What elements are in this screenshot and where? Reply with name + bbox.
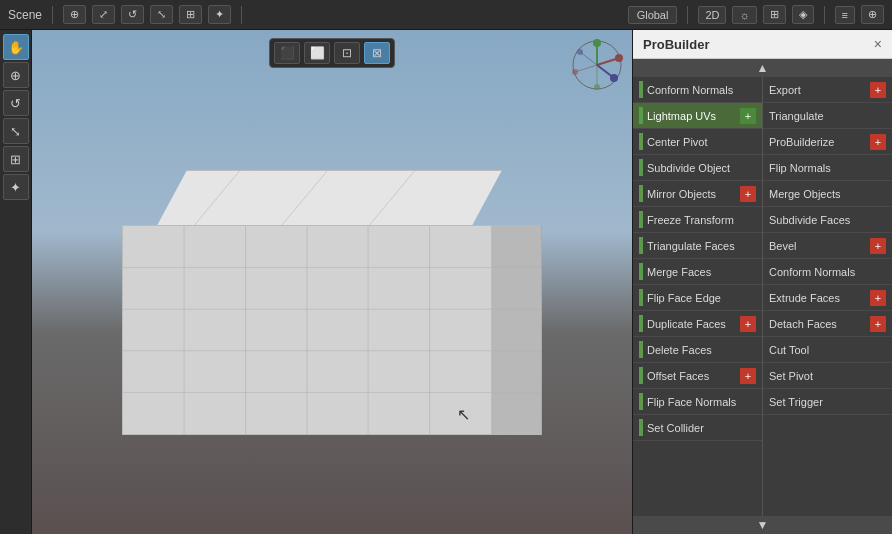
pb-plus-btn[interactable]: + (740, 186, 756, 202)
nav-gizmo[interactable] (567, 35, 627, 95)
pb-item-label: Subdivide Faces (769, 214, 886, 226)
pb-left-item-11[interactable]: Offset Faces+ (633, 363, 762, 389)
pb-scroll-down-btn[interactable]: ▼ (633, 516, 892, 534)
pb-right-item-6[interactable]: Bevel+ (763, 233, 892, 259)
scene-label: Scene (8, 8, 42, 22)
pb-plus-btn[interactable]: + (870, 238, 886, 254)
pb-item-label: Delete Faces (647, 344, 756, 356)
gizmo-btn[interactable]: ⊕ (861, 5, 884, 24)
pb-right-item-9[interactable]: Detach Faces+ (763, 311, 892, 337)
nav-gizmo-svg (570, 38, 625, 93)
pb-plus-btn[interactable]: + (740, 108, 756, 124)
light-view-btn[interactable]: ☼ (732, 6, 756, 24)
pb-left-item-1[interactable]: Lightmap UVs+ (633, 103, 762, 129)
view-toolbar: ⬛ ⬜ ⊡ ⊠ (269, 38, 395, 68)
pb-right-item-7[interactable]: Conform Normals (763, 259, 892, 285)
pb-right-item-12[interactable]: Set Trigger (763, 389, 892, 415)
pb-right-item-8[interactable]: Extrude Faces+ (763, 285, 892, 311)
pb-left-item-4[interactable]: Mirror Objects+ (633, 181, 762, 207)
pb-right-item-1[interactable]: Triangulate (763, 103, 892, 129)
vert-mode-btn[interactable]: ⬛ (274, 42, 300, 64)
move-mode-btn[interactable]: ⤢ (92, 5, 115, 24)
pb-item-label: ProBuilderize (769, 136, 870, 148)
pb-item-label: Center Pivot (647, 136, 756, 148)
pb-left-item-5[interactable]: Freeze Transform (633, 207, 762, 233)
pb-left-item-9[interactable]: Duplicate Faces+ (633, 311, 762, 337)
pb-separator (639, 289, 643, 306)
2d-view-btn[interactable]: 2D (698, 6, 726, 24)
pb-item-label: Set Trigger (769, 396, 886, 408)
pb-left-item-2[interactable]: Center Pivot (633, 129, 762, 155)
pb-item-label: Export (769, 84, 870, 96)
pb-right-col: Export+TriangulateProBuilderize+Flip Nor… (763, 77, 892, 516)
pb-item-label: Flip Face Edge (647, 292, 756, 304)
multi-mode-btn[interactable]: ✦ (208, 5, 231, 24)
pb-item-label: Set Pivot (769, 370, 886, 382)
box-front-face (122, 225, 492, 435)
pb-item-label: Triangulate (769, 110, 886, 122)
cam-view-btn[interactable]: ◈ (792, 5, 814, 24)
layers-btn[interactable]: ≡ (835, 6, 855, 24)
pb-plus-btn[interactable]: + (870, 290, 886, 306)
pb-plus-btn[interactable]: + (740, 316, 756, 332)
global-btn[interactable]: Global (628, 6, 678, 24)
pb-right-item-5[interactable]: Subdivide Faces (763, 207, 892, 233)
pb-scroll-up-btn[interactable]: ▲ (633, 59, 892, 77)
pb-left-item-6[interactable]: Triangulate Faces (633, 233, 762, 259)
pb-plus-btn[interactable]: + (870, 316, 886, 332)
pb-right-item-2[interactable]: ProBuilderize+ (763, 129, 892, 155)
pb-right-item-10[interactable]: Cut Tool (763, 337, 892, 363)
move-tool-btn[interactable]: ⊕ (3, 62, 29, 88)
pb-item-label: Lightmap UVs (647, 110, 740, 122)
pb-columns: Conform NormalsLightmap UVs+Center Pivot… (633, 77, 892, 516)
face-mode-btn[interactable]: ⊡ (334, 42, 360, 64)
rect-tool-btn[interactable]: ⊞ (3, 146, 29, 172)
pb-right-item-11[interactable]: Set Pivot (763, 363, 892, 389)
scale-mode-btn[interactable]: ⤡ (150, 5, 173, 24)
left-toolbar: ✋ ⊕ ↺ ⤡ ⊞ ✦ (0, 30, 32, 534)
svg-point-26 (572, 69, 578, 75)
pb-right-item-4[interactable]: Merge Objects (763, 181, 892, 207)
pb-separator (639, 159, 643, 176)
pb-left-item-12[interactable]: Flip Face Normals (633, 389, 762, 415)
pb-separator (639, 185, 643, 202)
pb-plus-btn[interactable]: + (870, 134, 886, 150)
pb-item-label: Mirror Objects (647, 188, 740, 200)
pb-left-item-3[interactable]: Subdivide Object (633, 155, 762, 181)
front-grid (123, 226, 491, 434)
rect-mode-btn[interactable]: ⊞ (179, 5, 202, 24)
edge-mode-btn[interactable]: ⬜ (304, 42, 330, 64)
divider3 (687, 6, 688, 24)
pb-item-label: Extrude Faces (769, 292, 870, 304)
pb-right-item-0[interactable]: Export+ (763, 77, 892, 103)
pb-left-item-0[interactable]: Conform Normals (633, 77, 762, 103)
pb-item-label: Triangulate Faces (647, 240, 756, 252)
svg-point-18 (593, 39, 601, 47)
pb-close-btn[interactable]: × (874, 36, 882, 52)
pb-right-item-3[interactable]: Flip Normals (763, 155, 892, 181)
scale-tool-btn[interactable]: ⤡ (3, 118, 29, 144)
rotate-tool-btn[interactable]: ↺ (3, 90, 29, 116)
pb-left-item-10[interactable]: Delete Faces (633, 337, 762, 363)
divider (52, 6, 53, 24)
pb-separator (639, 107, 643, 124)
pb-item-label: Detach Faces (769, 318, 870, 330)
pb-separator (639, 263, 643, 280)
pb-left-item-13[interactable]: Set Collider (633, 415, 762, 441)
pb-plus-btn[interactable]: + (740, 368, 756, 384)
pb-item-label: Set Collider (647, 422, 756, 434)
pb-plus-btn[interactable]: + (870, 82, 886, 98)
pb-left-item-8[interactable]: Flip Face Edge (633, 285, 762, 311)
all-tool-btn[interactable]: ✦ (3, 174, 29, 200)
persp-mode-btn[interactable]: ⊕ (63, 5, 86, 24)
hand-tool-btn[interactable]: ✋ (3, 34, 29, 60)
grid-view-btn[interactable]: ⊞ (763, 5, 786, 24)
obj-mode-btn[interactable]: ⊠ (364, 42, 390, 64)
rotate-mode-btn[interactable]: ↺ (121, 5, 144, 24)
pb-left-item-7[interactable]: Merge Faces (633, 259, 762, 285)
pb-item-label: Freeze Transform (647, 214, 756, 226)
pb-separator (639, 133, 643, 150)
viewport[interactable]: ⬛ ⬜ ⊡ ⊠ (32, 30, 632, 534)
svg-point-20 (615, 54, 623, 62)
top-bar: Scene ⊕ ⤢ ↺ ⤡ ⊞ ✦ Global 2D ☼ ⊞ ◈ ≡ ⊕ (0, 0, 892, 30)
